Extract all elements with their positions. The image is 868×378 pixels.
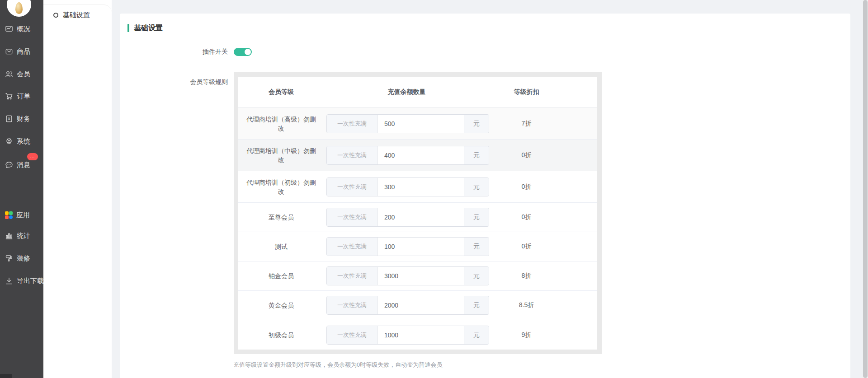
primary-sidebar: 概况 商品 会员 订单 ¥ 财务 系统 消息 ... 应用 统计 装修 导出下	[0, 0, 43, 378]
members-icon	[5, 70, 13, 78]
table-row: 代理商培训（初级）勿删改 一次性充满 元 0折	[238, 171, 597, 203]
table-row: 测试 一次性充满 元 0折	[238, 232, 597, 261]
input-suffix-addon: 元	[464, 146, 489, 164]
chat-bubble-icon	[5, 161, 13, 169]
table-row: 铂金会员 一次性充满 元 8折	[238, 261, 597, 291]
discount-value: 7折	[489, 120, 597, 128]
input-prefix-addon: 一次性充满	[327, 178, 377, 196]
input-prefix-addon: 一次性充满	[327, 326, 377, 344]
sidebar-footer-block	[0, 374, 12, 378]
plugin-switch-label: 插件开关	[120, 48, 228, 56]
sidebar-item-label: 装修	[17, 254, 30, 263]
goods-icon	[5, 47, 13, 56]
table-row: 初级会员 一次性充满 元 9折	[238, 320, 597, 350]
amount-input[interactable]	[377, 115, 464, 133]
amount-input-group: 一次性充满 元	[326, 266, 489, 285]
secondary-sidebar-panel: 基础设置	[43, 5, 112, 378]
scrollbar-thumb[interactable]	[863, 0, 868, 378]
section-title: 基础设置	[120, 14, 850, 33]
sidebar-item-statistics[interactable]: 统计	[5, 231, 30, 241]
amount-input-group: 一次性充满 元	[326, 237, 489, 256]
input-suffix-addon: 元	[464, 238, 489, 256]
table-row: 代理商培训（中级）勿删改 一次性充满 元 0折	[238, 140, 597, 171]
member-level-table-body: 代理商培训（高级）勿删改 一次性充满 元 7折 代理商培训（中级）勿删改 一次性…	[238, 108, 597, 350]
scrollbar[interactable]	[863, 0, 868, 378]
member-level-table: 会员等级 充值余额数量 等级折扣 代理商培训（高级）勿删改 一次性充满 元 7折…	[238, 77, 597, 350]
paint-roller-icon	[5, 254, 13, 262]
sidebar-item-finance[interactable]: ¥ 财务	[5, 114, 30, 124]
download-icon	[5, 277, 13, 285]
switch-knob	[245, 49, 251, 55]
amount-input-group: 一次性充满 元	[326, 114, 489, 133]
input-prefix-addon: 一次性充满	[327, 208, 377, 226]
finance-icon: ¥	[5, 115, 13, 123]
input-suffix-addon: 元	[464, 326, 489, 344]
overview-icon	[5, 25, 13, 33]
secondary-sidebar: 基础设置	[43, 0, 112, 378]
amount-input[interactable]	[377, 238, 464, 256]
input-suffix-addon: 元	[464, 178, 489, 196]
settings-card: 基础设置 插件开关 会员等级规则 会员等级 充值余额数量 等级折扣 代理商培训（…	[120, 14, 850, 378]
input-prefix-addon: 一次性充满	[327, 238, 377, 256]
input-suffix-addon: 元	[464, 296, 489, 314]
plugin-switch-row: 插件开关	[120, 47, 850, 57]
radio-circle-icon	[53, 13, 58, 18]
sidebar-item-export-download[interactable]: 导出下载	[5, 276, 44, 286]
discount-value: 0折	[489, 243, 597, 251]
member-level-name: 代理商培训（高级）勿删改	[238, 115, 324, 133]
sidebar-item-messages[interactable]: 消息	[5, 160, 30, 170]
input-prefix-addon: 一次性充满	[327, 296, 377, 314]
member-level-rules-row: 会员等级规则 会员等级 充值余额数量 等级折扣 代理商培训（高级）勿删改 一次性…	[120, 72, 850, 354]
amount-input-group: 一次性充满 元	[326, 146, 489, 165]
amount-input-group: 一次性充满 元	[326, 177, 489, 196]
amount-input-group: 一次性充满 元	[326, 296, 489, 315]
discount-value: 8.5折	[489, 301, 597, 309]
subnav-item-basic-settings[interactable]: 基础设置	[43, 5, 112, 19]
input-prefix-addon: 一次性充满	[327, 146, 377, 164]
message-badge: ...	[27, 153, 38, 160]
sidebar-item-apps[interactable]: 应用	[5, 210, 30, 220]
member-level-name: 铂金会员	[238, 271, 324, 280]
apps-icon	[5, 211, 13, 219]
input-suffix-addon: 元	[464, 115, 489, 133]
input-suffix-addon: 元	[464, 208, 489, 226]
sidebar-item-members[interactable]: 会员	[5, 69, 30, 79]
table-row: 代理商培训（高级）勿删改 一次性充满 元 7折	[238, 108, 597, 140]
sidebar-item-system[interactable]: 系统	[5, 136, 30, 146]
header-recharge-balance: 充值余额数量	[324, 88, 489, 96]
sidebar-item-goods[interactable]: 商品	[5, 47, 30, 56]
amount-input[interactable]	[377, 267, 464, 285]
discount-value: 9折	[489, 331, 597, 339]
sidebar-item-label: 概况	[17, 25, 30, 33]
sidebar-item-label: 会员	[17, 70, 30, 79]
sidebar-item-label: 应用	[16, 211, 30, 219]
amount-input[interactable]	[377, 208, 464, 226]
sidebar-item-orders[interactable]: 订单	[5, 91, 30, 101]
subnav-item-label: 基础设置	[63, 11, 90, 19]
amount-input[interactable]	[377, 326, 464, 344]
amount-input[interactable]	[377, 178, 464, 196]
sidebar-item-label: 商品	[17, 47, 30, 56]
member-level-name: 初级会员	[238, 331, 324, 340]
sidebar-item-overview[interactable]: 概况	[5, 24, 30, 34]
amount-input[interactable]	[377, 146, 464, 164]
input-suffix-addon: 元	[464, 267, 489, 285]
member-level-name: 代理商培训（中级）勿删改	[238, 146, 324, 164]
orders-cart-icon	[5, 92, 13, 100]
discount-value: 0折	[489, 151, 597, 159]
amount-input[interactable]	[377, 296, 464, 314]
bar-chart-icon	[5, 232, 13, 240]
table-row: 至尊会员 一次性充满 元 0折	[238, 203, 597, 232]
member-level-rules-label: 会员等级规则	[120, 72, 228, 86]
table-row: 黄金会员 一次性充满 元 8.5折	[238, 291, 597, 320]
plugin-switch[interactable]	[234, 48, 252, 56]
sidebar-item-label: 导出下载	[17, 277, 44, 285]
member-level-name: 代理商培训（初级）勿删改	[238, 178, 324, 196]
sidebar-item-label: 订单	[17, 92, 30, 101]
member-level-name: 测试	[238, 242, 324, 251]
amount-input-group: 一次性充满 元	[326, 326, 489, 345]
gear-icon	[5, 137, 13, 145]
header-member-level: 会员等级	[238, 88, 324, 96]
table-frame: 会员等级 充值余额数量 等级折扣 代理商培训（高级）勿删改 一次性充满 元 7折…	[234, 72, 602, 354]
sidebar-item-decoration[interactable]: 装修	[5, 253, 30, 263]
